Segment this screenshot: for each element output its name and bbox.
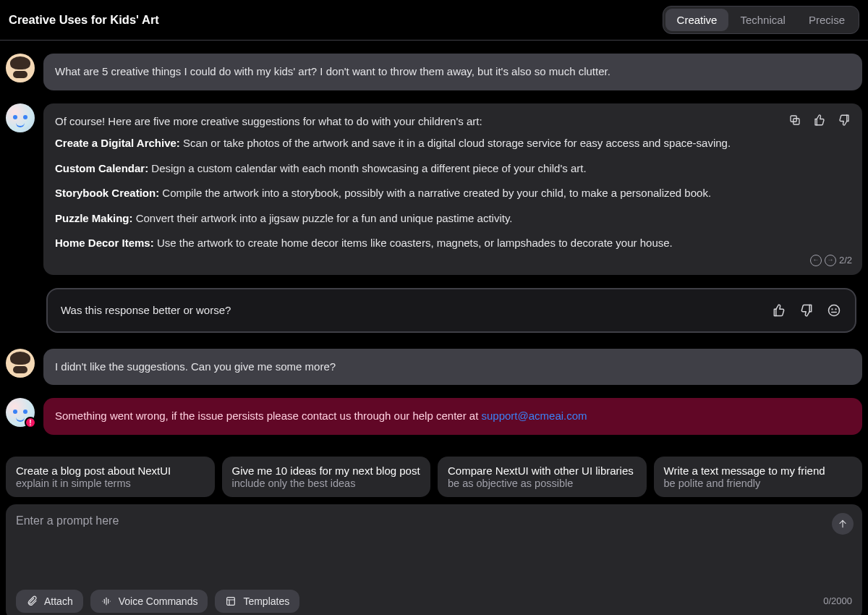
same-icon[interactable] [826,302,842,318]
prompt-input[interactable] [16,514,852,580]
avatar-user [6,54,35,82]
support-link[interactable]: support@acmeai.com [482,410,587,422]
templates-button[interactable]: Templates [215,590,299,613]
page-title: Creative Uses for Kids' Art [9,13,159,27]
suggestion-title: Write a text message to my friend [664,465,853,477]
assistant-intro: Of course! Here are five more creative s… [55,114,775,130]
voice-button[interactable]: Voice Commands [90,590,208,613]
tab-technical[interactable]: Technical [728,9,797,31]
suggestion-card[interactable]: Create a blog post about NextUI explain … [6,457,215,497]
feedback-question: Was this response better or worse? [61,304,231,316]
pager-prev-icon[interactable]: ← [810,255,822,266]
error-text: Something went wrong, if the issue persi… [55,410,482,422]
suggestion-card[interactable]: Give me 10 ideas for my next blog post i… [222,457,431,497]
composer: Attach Voice Commands Templates 0/2000 [6,504,862,616]
copy-icon[interactable] [787,112,803,128]
list-item: Create a Digital Archive: Scan or take p… [55,135,775,152]
user-text: What are 5 creative things I could do wi… [55,65,610,77]
send-button[interactable] [832,513,854,535]
arrow-up-icon [837,518,848,530]
thumbs-up-icon[interactable] [771,302,787,318]
suggestion-sub: be polite and friendly [664,478,853,489]
header: Creative Uses for Kids' Art Creative Tec… [0,0,868,41]
suggestion-sub: explain it in simple terms [16,478,205,489]
suggestion-title: Give me 10 ideas for my next blog post [232,465,421,477]
thumbs-up-icon[interactable] [812,112,827,128]
avatar-user [6,349,35,378]
list-item: Storybook Creation: Compile the artwork … [55,185,775,202]
suggestion-sub: include only the best ideas [232,478,421,489]
attach-button[interactable]: Attach [16,590,83,613]
thumbs-down-icon[interactable] [799,302,814,318]
message-user-1: What are 5 creative things I could do wi… [6,54,862,90]
chat-area: What are 5 creative things I could do wi… [0,41,868,448]
feedback-card: Was this response better or worse? [46,288,856,333]
error-badge-icon: ! [25,417,36,428]
message-error: ! Something went wrong, if the issue per… [6,398,862,435]
user-text: I didn't like the suggestions. Can you g… [55,360,336,373]
assistant-bubble: Of course! Here are five more creative s… [43,103,862,275]
paperclip-icon [26,595,38,607]
svg-point-3 [832,308,833,309]
pager-count: 2/2 [839,253,852,268]
message-assistant: Of course! Here are five more creative s… [6,103,862,275]
pager-next-icon[interactable]: → [825,255,836,266]
mode-tabs: Creative Technical Precise [663,6,859,34]
list-item: Custom Calendar: Design a custom calenda… [55,161,775,177]
response-pager: ← → 2/2 [810,253,852,268]
message-user-2: I didn't like the suggestions. Can you g… [6,349,862,386]
char-counter: 0/2000 [823,595,852,606]
svg-rect-5 [227,597,235,605]
svg-point-4 [835,308,836,309]
tab-precise[interactable]: Precise [797,9,856,31]
assistant-actions [787,112,852,128]
templates-icon [225,595,237,607]
suggestion-card[interactable]: Write a text message to my friend be pol… [654,457,863,497]
user-bubble: I didn't like the suggestions. Can you g… [43,349,862,386]
thumbs-down-icon[interactable] [836,112,852,128]
suggestion-title: Compare NextUI with other UI libraries [448,465,637,477]
suggestion-sub: be as objective as possible [448,478,637,489]
user-bubble: What are 5 creative things I could do wi… [43,54,862,90]
tab-creative[interactable]: Creative [665,9,729,31]
avatar-bot [6,103,35,132]
error-bubble: Something went wrong, if the issue persi… [43,398,862,435]
suggestion-row: Create a blog post about NextUI explain … [0,457,868,497]
soundwave-icon [101,595,112,607]
svg-point-2 [829,305,840,315]
list-item: Puzzle Making: Convert their artwork int… [55,211,775,227]
suggestion-card[interactable]: Compare NextUI with other UI libraries b… [438,457,647,497]
suggestion-title: Create a blog post about NextUI [16,465,205,477]
list-item: Home Decor Items: Use the artwork to cre… [55,235,775,252]
